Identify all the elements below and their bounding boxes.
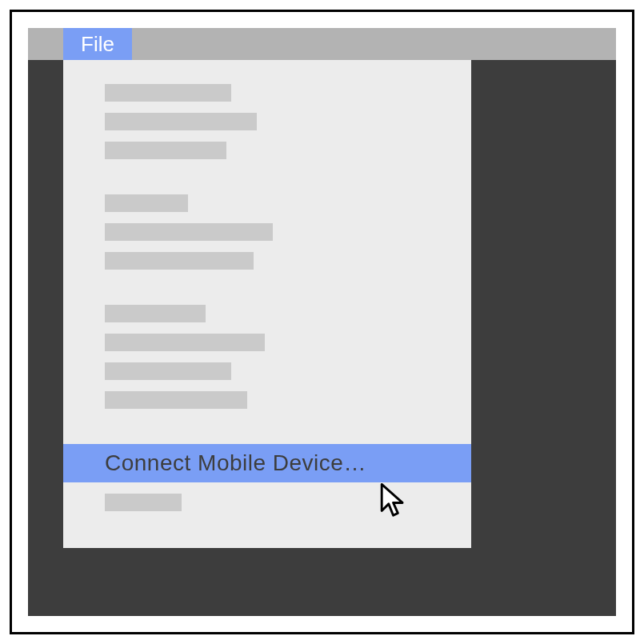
file-dropdown: Connect Mobile Device… <box>63 60 471 548</box>
menu-file[interactable]: File <box>63 28 132 60</box>
menu-item[interactable] <box>105 194 188 212</box>
menu-item[interactable] <box>105 494 182 511</box>
app-window: File Connect Mobile Device… <box>28 28 616 616</box>
menu-item[interactable] <box>105 391 247 409</box>
menu-item-label: Connect Mobile Device… <box>105 450 366 476</box>
menu-separator <box>63 281 471 305</box>
menu-separator <box>63 170 471 194</box>
menu-item[interactable] <box>105 84 231 102</box>
menu-item[interactable] <box>105 223 273 241</box>
window-frame: File Connect Mobile Device… <box>10 10 634 634</box>
menu-item[interactable] <box>105 113 257 130</box>
menu-bar: File <box>28 28 616 60</box>
menu-item[interactable] <box>105 252 254 270</box>
menu-item[interactable] <box>105 362 231 380</box>
menu-separator <box>63 420 471 444</box>
menu-item[interactable] <box>105 142 226 159</box>
menu-item-connect-mobile-device[interactable]: Connect Mobile Device… <box>63 444 471 482</box>
menu-item[interactable] <box>105 305 206 322</box>
menu-item[interactable] <box>105 334 265 351</box>
